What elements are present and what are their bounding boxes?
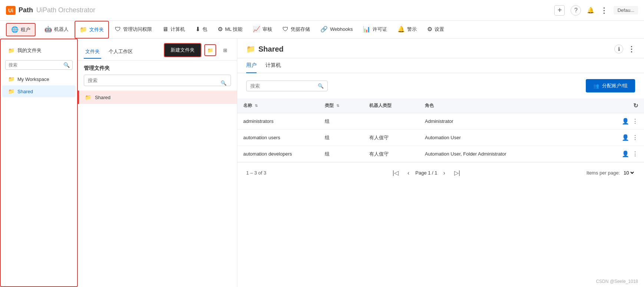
items-per-page-label: Items per page: xyxy=(587,170,620,176)
folder-search-input[interactable] xyxy=(84,75,231,86)
right-tabs: 用户 计算机 xyxy=(237,58,644,73)
nav-item-settings[interactable]: ⚙ 设置 xyxy=(423,21,449,39)
col-header-robot: 机器人类型 xyxy=(363,98,419,113)
folder-list-item-shared[interactable]: 📁 Shared xyxy=(78,91,237,104)
manage-folders-title: 管理文件夹 xyxy=(78,61,237,75)
nav-item-packages[interactable]: ⬇ 包 xyxy=(191,21,212,39)
nav-item-access[interactable]: 🛡 管理访问权限 xyxy=(110,21,156,39)
user-manage-icon-1[interactable]: 👤 xyxy=(622,134,629,141)
new-folder-button[interactable]: 新建文件夹 xyxy=(164,43,201,57)
user-manage-icon-0[interactable]: 👤 xyxy=(622,118,629,125)
sidebar-item-my-workspace-label: My Workspace xyxy=(17,76,49,82)
chart-icon: 📈 xyxy=(253,26,260,33)
folder-tab-actions: 新建文件夹 📁 ⊞ xyxy=(164,43,231,57)
add-icon[interactable]: + xyxy=(554,5,565,16)
bell-icon[interactable]: 🔔 xyxy=(587,7,594,14)
sidebar-search-wrap: 🔍 xyxy=(5,60,73,70)
folder-list-shared-label: Shared xyxy=(95,95,110,100)
right-title-folder-icon: 📁 xyxy=(246,45,255,53)
table-row: automation developers 组 有人值守 Automation … xyxy=(237,146,644,162)
globe-icon: 🌐 xyxy=(11,26,19,33)
user-manage-icon-2[interactable]: 👤 xyxy=(622,150,629,157)
settings-icon: ⚙ xyxy=(427,26,432,33)
license-icon: 📊 xyxy=(363,26,370,33)
main-layout: 📁 我的文件夹 🔍 📁 My Workspace 📁 Shared 文件夹 个人… xyxy=(0,39,644,287)
cell-name-2: automation developers xyxy=(237,146,319,162)
sidebar-search-area: 🔍 xyxy=(1,57,77,73)
cell-type-0: 组 xyxy=(319,113,363,130)
last-page-button[interactable]: ▷| xyxy=(451,168,463,178)
nav-label-folders: 文件夹 xyxy=(89,26,104,33)
users-search-field[interactable]: 🔍 xyxy=(246,81,328,91)
sidebar-search-input[interactable] xyxy=(5,60,73,70)
row-more-icon-2[interactable]: ⋮ xyxy=(632,150,638,157)
help-icon[interactable]: ? xyxy=(571,5,581,16)
nav-label-settings: 设置 xyxy=(435,26,444,33)
default-badge[interactable]: Defau... xyxy=(614,6,638,14)
sidebar-item-shared[interactable]: 📁 Shared xyxy=(2,85,76,97)
prev-page-button[interactable]: ‹ xyxy=(404,168,412,178)
nav-item-robots[interactable]: 🤖 机器人 xyxy=(40,21,73,39)
nav-label-access: 管理访问权限 xyxy=(123,26,152,33)
sidebar-my-folders[interactable]: 📁 我的文件夹 xyxy=(2,44,76,57)
left-sidebar: 📁 我的文件夹 🔍 📁 My Workspace 📁 Shared xyxy=(0,39,78,287)
folder-tabs: 文件夹 个人工作区 新建文件夹 📁 ⊞ xyxy=(78,39,237,61)
nav-item-alerts[interactable]: 🔔 警示 xyxy=(393,21,421,39)
tab-personal-workspace[interactable]: 个人工作区 xyxy=(107,45,134,59)
info-icon[interactable]: ℹ xyxy=(614,45,623,53)
refresh-icon[interactable]: ↻ xyxy=(633,102,638,109)
logo-area: Ui Path UiPath Orchestrator xyxy=(6,6,95,15)
items-per-page: Items per page: 10 20 50 xyxy=(587,170,635,176)
watermark: CSDN @Seele_1018 xyxy=(596,279,638,284)
nav-item-storage[interactable]: 🛡 凭据存储 xyxy=(278,21,314,39)
right-tab-users[interactable]: 用户 xyxy=(246,58,257,73)
nav-label-robots: 机器人 xyxy=(54,26,69,33)
col-header-name: 名称 ⇅ xyxy=(237,98,319,113)
pagination: 1 – 3 of 3 |◁ ‹ Page 1 / 1 › ▷| Items pe… xyxy=(237,162,644,183)
table-header-row: 名称 ⇅ 类型 ⇅ 机器人类型 角色 xyxy=(237,98,644,113)
row-more-icon-1[interactable]: ⋮ xyxy=(632,134,638,141)
folder-nav-icon: 📁 xyxy=(80,26,87,33)
nav-item-ml[interactable]: ⚙ ML 技能 xyxy=(213,21,247,39)
folder-search-icon: 🔍 xyxy=(221,80,227,85)
nav-item-audit[interactable]: 📈 审核 xyxy=(248,21,277,39)
nav-label-license: 许可证 xyxy=(373,26,387,33)
grid-view-icon-btn[interactable]: ⊞ xyxy=(219,44,231,56)
cell-role-0: Administrator xyxy=(419,113,614,130)
logo-box: Ui xyxy=(6,6,16,15)
sidebar-item-my-workspace[interactable]: 📁 My Workspace xyxy=(2,73,76,85)
nav-item-tenant[interactable]: 🌐 租户 xyxy=(6,23,36,36)
right-header-more-icon[interactable]: ⋮ xyxy=(628,45,635,53)
cell-type-1: 组 xyxy=(319,130,363,146)
users-search-input[interactable] xyxy=(250,83,315,89)
nav-item-compute[interactable]: 🖥 计算机 xyxy=(158,21,189,39)
nav-item-folders[interactable]: 📁 文件夹 xyxy=(75,21,109,39)
page-info: Page 1 / 1 xyxy=(415,170,437,176)
nav-label-ml: ML 技能 xyxy=(225,26,242,33)
sort-name-icon[interactable]: ⇅ xyxy=(255,104,258,108)
sort-type-icon[interactable]: ⇅ xyxy=(336,104,339,108)
tab-folders[interactable]: 文件夹 xyxy=(84,45,101,59)
table-row: administrators 组 Administrator 👤 ⋮ xyxy=(237,113,644,130)
folder-search-area: 🔍 xyxy=(78,75,237,91)
right-panel-title-text: Shared xyxy=(258,45,284,53)
nav-item-webhooks[interactable]: 🔗 Webhooks xyxy=(316,21,357,39)
items-per-page-select[interactable]: 10 20 50 xyxy=(622,170,635,176)
storage-icon: 🛡 xyxy=(283,26,288,33)
nav-item-license[interactable]: 📊 许可证 xyxy=(359,21,392,39)
logo-text: Path UiPath Orchestrator xyxy=(19,6,95,14)
right-header: 📁 Shared ℹ ⋮ xyxy=(237,39,644,58)
next-page-button[interactable]: › xyxy=(440,168,448,178)
row-more-icon-0[interactable]: ⋮ xyxy=(632,118,638,125)
nav-bar: 🌐 租户 🤖 机器人 📁 文件夹 🛡 管理访问权限 🖥 计算机 ⬇ 包 ⚙ ML… xyxy=(0,21,644,39)
folder-add-icon-btn[interactable]: 📁 xyxy=(204,44,216,56)
right-panel-title: 📁 Shared xyxy=(246,45,284,58)
more-menu-icon[interactable]: ⋮ xyxy=(600,6,608,15)
assign-button[interactable]: 👥 分配账户/组 xyxy=(586,79,635,92)
right-header-actions: ℹ ⋮ xyxy=(614,45,635,58)
right-tab-computers[interactable]: 计算机 xyxy=(265,58,281,73)
ml-icon: ⚙ xyxy=(218,26,223,33)
cell-actions-1: 👤 ⋮ xyxy=(614,130,644,146)
first-page-button[interactable]: |◁ xyxy=(390,168,402,178)
cell-type-2: 组 xyxy=(319,146,363,162)
